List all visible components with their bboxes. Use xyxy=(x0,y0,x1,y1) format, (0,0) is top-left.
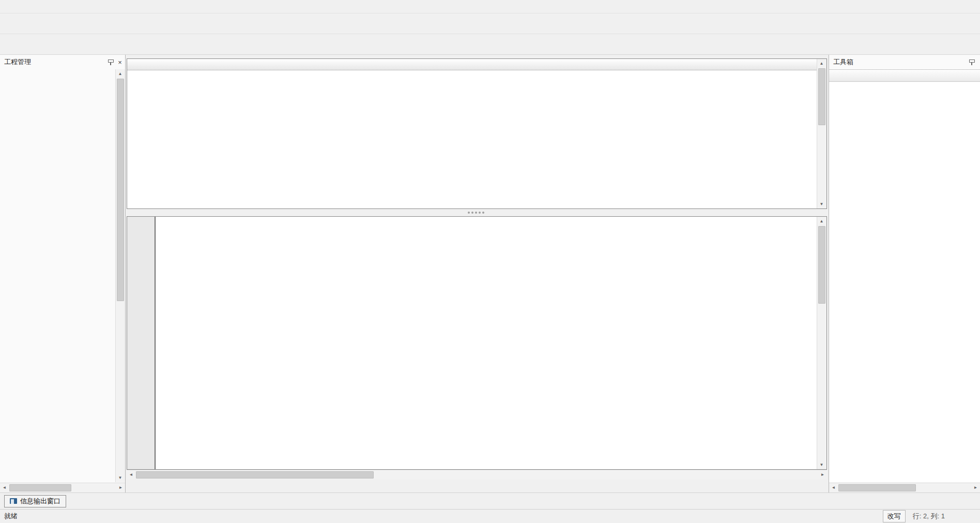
project-tree xyxy=(0,69,115,482)
variable-table-header xyxy=(127,59,826,70)
variable-table-vscrollbar[interactable]: ▲ ▼ xyxy=(817,59,826,208)
project-panel: 工程管理 × ▲ ▼ ◄ ► xyxy=(0,55,126,492)
document-tabbar xyxy=(127,480,827,492)
toolbox-panel: 工具箱 ◄ ► xyxy=(829,55,980,492)
editor-area: ▲ ▼ ▲ ▼ ◄ ► xyxy=(127,55,827,492)
toolbox-title: 工具箱 xyxy=(833,57,853,67)
scroll-up-icon[interactable]: ▲ xyxy=(817,217,826,226)
toolbar-main xyxy=(0,13,980,34)
status-cursor-position: 行: 2, 列: 1 xyxy=(909,511,949,522)
project-panel-titlebar: 工程管理 × xyxy=(0,55,125,69)
scroll-down-icon[interactable]: ▼ xyxy=(116,473,125,482)
pane-splitter[interactable] xyxy=(127,209,827,216)
project-panel-title: 工程管理 xyxy=(4,57,31,67)
output-window-icon xyxy=(10,498,17,504)
project-tree-vscrollbar[interactable]: ▲ ▼ xyxy=(115,69,125,482)
toolbox-body xyxy=(829,82,980,482)
toolbox-hscrollbar[interactable]: ◄ ► xyxy=(829,483,980,492)
menu-bar xyxy=(0,0,980,13)
status-ready: 就绪 xyxy=(4,512,18,521)
scroll-up-icon[interactable]: ▲ xyxy=(116,69,125,78)
scroll-left-icon[interactable]: ◄ xyxy=(127,470,135,479)
ladder-vscrollbar[interactable]: ▲ ▼ xyxy=(817,217,826,469)
pin-icon[interactable] xyxy=(969,59,975,65)
toolbox-titlebar: 工具箱 xyxy=(829,55,980,69)
ladder-editor: ▲ ▼ xyxy=(127,216,827,470)
scroll-left-icon[interactable]: ◄ xyxy=(829,483,838,492)
scroll-down-icon[interactable]: ▼ xyxy=(817,200,826,208)
scroll-down-icon[interactable]: ▼ xyxy=(817,460,826,469)
output-window-button[interactable]: 信息输出窗口 xyxy=(4,495,66,507)
plc-ide-window: 工程管理 × ▲ ▼ ◄ ► ▲ ▼ xyxy=(0,0,980,523)
variable-table-pane: ▲ ▼ xyxy=(127,58,827,209)
scroll-right-icon[interactable]: ► xyxy=(971,483,980,492)
output-window-label: 信息输出窗口 xyxy=(20,497,60,506)
scroll-right-icon[interactable]: ► xyxy=(116,483,125,492)
status-bar: 就绪 改写 行: 2, 列: 1 xyxy=(0,509,980,523)
toolbox-columns xyxy=(829,69,980,82)
toolbar-ladder xyxy=(0,34,980,55)
scroll-up-icon[interactable]: ▲ xyxy=(817,59,826,68)
ladder-hscrollbar[interactable]: ◄ ► xyxy=(127,470,827,480)
close-icon[interactable]: × xyxy=(116,58,124,66)
scroll-left-icon[interactable]: ◄ xyxy=(0,483,9,492)
ladder-hscrollbar-wrap: ◄ ► xyxy=(127,470,827,480)
pin-icon[interactable] xyxy=(108,59,114,65)
output-strip: 信息输出窗口 xyxy=(0,492,980,509)
status-mode[interactable]: 改写 xyxy=(883,510,906,522)
project-tree-hscrollbar[interactable]: ◄ ► xyxy=(0,483,125,492)
ladder-gutter xyxy=(127,217,156,469)
scroll-right-icon[interactable]: ► xyxy=(818,470,827,479)
